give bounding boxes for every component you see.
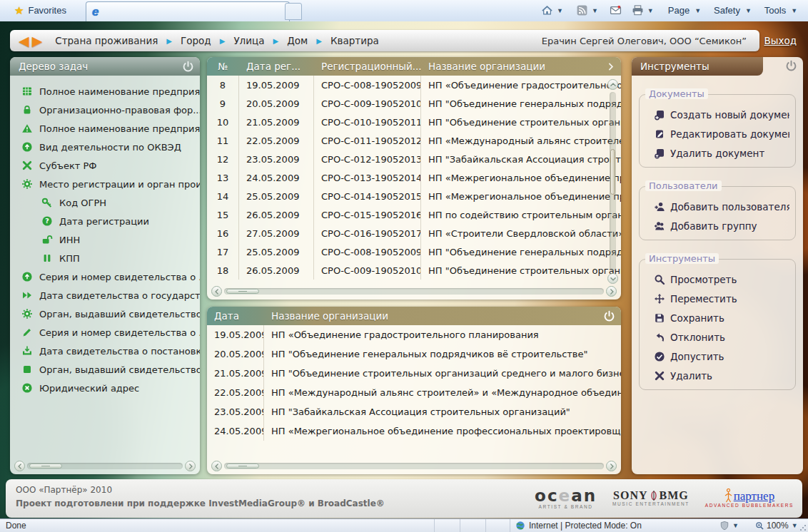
tree-item[interactable]: Орган, выдавший свидетельство... <box>10 305 200 323</box>
tool-item[interactable]: Редактировать документ <box>645 124 789 143</box>
table-row[interactable]: 13 24.05.2009 СРО-С-013-19052014 НП «Меж… <box>207 168 621 187</box>
table-row[interactable]: 18 26.05.2009 СРО-С-009-19052010 НП "Объ… <box>207 261 621 280</box>
home-icon[interactable] <box>541 4 553 16</box>
scrollbar-track[interactable] <box>610 92 616 271</box>
tool-item[interactable]: Отклонить <box>645 327 789 347</box>
privacy-control[interactable]: ▼ <box>719 521 739 531</box>
tree-item[interactable]: Полное наименование предприя... <box>10 82 200 101</box>
new-tab-button[interactable] <box>285 3 302 20</box>
power-icon[interactable] <box>603 310 615 322</box>
scroll-right-button[interactable] <box>606 461 617 471</box>
scrollbar-thumb[interactable] <box>226 289 259 294</box>
scrollbar-thumb[interactable] <box>29 464 62 469</box>
zoom-control[interactable]: 100% ▼ <box>755 521 798 531</box>
table-row[interactable]: 19.05.2009 НП «Объединение градостроител… <box>207 325 621 344</box>
scroll-left-button[interactable] <box>211 461 222 471</box>
breadcrumb-item[interactable]: ▶ Квартира <box>308 35 379 46</box>
breadcrumb-item[interactable]: ▶ Улица <box>211 35 265 46</box>
tools-menu[interactable]: Tools <box>763 5 787 16</box>
tool-item[interactable]: Добавить группу <box>645 216 789 235</box>
tool-item[interactable]: Просмотреть <box>645 270 789 289</box>
logout-link[interactable]: Выход <box>764 35 797 46</box>
table-row[interactable]: 16 27.05.2009 СРО-С-016-19052017 НП «Стр… <box>207 224 621 242</box>
table-row[interactable]: 12 23.05.2009 СРО-С-012-19052013 НП "Заб… <box>207 150 621 168</box>
scroll-up-button[interactable] <box>607 79 618 90</box>
table-row[interactable]: 11 22.05.2009 СРО-С-011-19052012 НП «Меж… <box>207 131 621 150</box>
tree-item[interactable]: Юридический адрес <box>10 379 200 397</box>
power-icon[interactable] <box>785 60 797 72</box>
tree-item[interactable]: Код ОГРН <box>10 193 200 212</box>
table-row[interactable]: 14 25.05.2009 СРО-С-014-19052015 НП «Меж… <box>207 187 621 205</box>
scroll-down-button[interactable] <box>607 273 618 284</box>
tool-item[interactable]: Создать новый документ <box>645 105 789 124</box>
forward-button[interactable]: ▶ <box>32 34 43 48</box>
table-row[interactable]: 9 20.05.2009 СРО-С-009-19052010 НП "Объе… <box>207 94 621 113</box>
scrollbar-track[interactable] <box>224 463 604 469</box>
back-button[interactable]: ◀ <box>19 34 29 48</box>
scroll-left-button[interactable] <box>14 461 25 471</box>
gear-icon <box>21 178 33 190</box>
col-reg-number[interactable]: Регистрационный... <box>314 61 421 72</box>
table-row[interactable]: 23.05.2009 НП "Забайкальская Ассоциация … <box>207 402 621 421</box>
scroll-left-button[interactable] <box>211 286 222 297</box>
table-row[interactable]: 21.05.2009 НП "Объединение строительных … <box>207 364 621 383</box>
tool-item[interactable]: Допустить <box>645 347 789 366</box>
printer-icon[interactable] <box>632 4 644 16</box>
table-row[interactable]: 24.05.2009 НП «Межрегиональное объединен… <box>207 421 621 441</box>
tree-item[interactable]: Дата свидетельства о постановк... <box>10 342 200 360</box>
home-dropdown[interactable]: ▼ <box>557 7 563 14</box>
scroll-right-button[interactable] <box>185 461 196 471</box>
page-menu-caret[interactable]: ▼ <box>695 7 701 14</box>
safety-menu[interactable]: Safety <box>712 5 742 16</box>
tool-item[interactable]: Сохранить <box>645 308 789 327</box>
tree-item[interactable]: Серия и номер свидетельства о ... <box>10 267 200 286</box>
tree-item[interactable]: Субъект РФ <box>10 156 200 175</box>
printer-dropdown[interactable]: ▼ <box>647 7 654 14</box>
table-row[interactable]: 8 19.05.2009 СРО-С-008-19052009 НП «Объе… <box>207 76 621 94</box>
scrollbar-thumb[interactable] <box>610 149 615 195</box>
table-row[interactable]: 10 21.05.2009 СРО-С-010-19052011 НП "Объ… <box>207 113 621 131</box>
tool-item[interactable]: Удалить <box>645 366 789 385</box>
mail-icon[interactable] <box>610 4 622 16</box>
safety-menu-caret[interactable]: ▼ <box>745 7 752 14</box>
col-reg-date[interactable]: Дата рег... <box>239 61 314 72</box>
breadcrumb-item[interactable]: ▶ Дом <box>264 35 308 46</box>
power-icon[interactable] <box>182 61 194 73</box>
tree-item[interactable]: КПП <box>10 249 200 267</box>
breadcrumb-item[interactable]: ▶ Страна проживания <box>55 35 158 46</box>
zoom-dropdown[interactable]: ▼ <box>792 522 798 529</box>
tools-menu-caret[interactable]: ▼ <box>791 7 797 14</box>
tree-item[interactable]: ? Дата регистрации <box>10 212 200 230</box>
tool-item[interactable]: Переместить <box>645 289 789 308</box>
table-row[interactable]: 20.05.2009 НП "Объединение генеральных п… <box>207 344 621 364</box>
tool-item[interactable]: Удалить документ <box>645 143 789 163</box>
table-row[interactable]: 22.05.2009 НП «Международный альянс стро… <box>207 383 621 402</box>
tree-item[interactable]: Полное наименование предприя... <box>10 119 200 138</box>
rss-icon[interactable] <box>576 4 588 16</box>
scroll-right-button[interactable] <box>606 286 617 297</box>
col-org-name[interactable]: Название организации <box>264 310 388 322</box>
col-org-name[interactable]: Название организации <box>421 61 545 72</box>
favorites-button[interactable]: ★ Favorites <box>7 2 74 19</box>
tree-item[interactable]: Вид деятельности по ОКВЭД <box>10 138 200 156</box>
tree-item[interactable]: ИНН <box>10 230 200 249</box>
scrollbar-track[interactable] <box>27 463 183 469</box>
col-date[interactable]: Дата <box>207 310 264 322</box>
scrollbar-thumb[interactable] <box>226 464 259 469</box>
tree-item[interactable]: Организационно-правовая фор... <box>10 101 200 119</box>
tree-item[interactable]: Дата свидетельства о государств... <box>10 286 200 305</box>
browser-tab[interactable]: e <box>86 1 290 21</box>
table-row[interactable]: 15 26.05.2009 СРО-С-015-19052016 НП по с… <box>207 205 621 224</box>
col-number[interactable]: № <box>207 61 239 72</box>
rss-dropdown[interactable]: ▼ <box>592 7 598 14</box>
tool-item[interactable]: Добавить пользователя <box>645 197 789 216</box>
breadcrumb-item[interactable]: ▶ Город <box>158 35 211 46</box>
page-menu[interactable]: Page <box>667 5 691 16</box>
table-row[interactable]: 17 25.05.2009 СРО-С-008-19052009 НП "Объ… <box>207 242 621 261</box>
collapse-icon[interactable] <box>606 62 615 71</box>
scrollbar-track[interactable] <box>224 288 604 295</box>
tree-item[interactable]: Серия и номер свидетельства о ... <box>10 323 200 342</box>
tree-item[interactable]: Орган, выдавший свидетельство... <box>10 360 200 379</box>
tree-item[interactable]: Место регистрации и орган прои... <box>10 175 200 193</box>
resize-grip[interactable] <box>799 524 807 531</box>
